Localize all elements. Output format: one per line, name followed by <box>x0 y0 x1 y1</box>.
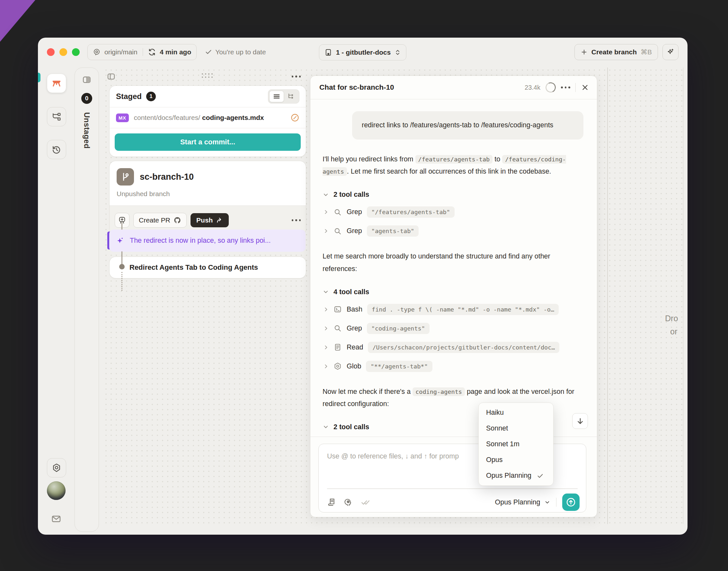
ai-summary-row[interactable]: The redirect is now in place, so any lin… <box>109 230 305 252</box>
titlebar: origin/main 4 min ago You're up to date <box>38 38 688 67</box>
expand-panel-icon[interactable] <box>82 75 92 85</box>
double-check-icon[interactable] <box>360 497 370 507</box>
avatar[interactable] <box>47 481 65 500</box>
tool-group-header[interactable]: 2 tool calls <box>322 191 583 199</box>
list-view-button[interactable] <box>269 91 284 102</box>
chat-menu-button[interactable] <box>561 87 570 88</box>
hexagon-glob-icon <box>333 362 342 370</box>
sidebar-item-branches[interactable] <box>47 107 66 126</box>
close-chat-button[interactable] <box>581 83 589 92</box>
tool-call-row[interactable]: Grep "/features/agents-tab" <box>322 206 583 218</box>
settings-button[interactable] <box>47 458 66 477</box>
tool-group-header[interactable]: 4 tool calls <box>322 288 583 296</box>
workspace-indicator-notch <box>38 73 40 82</box>
model-option-haiku[interactable]: Haiku <box>479 405 553 421</box>
tool-call-row[interactable]: Glob "**/agents-tab*" <box>322 361 583 372</box>
drag-handle[interactable] <box>202 73 214 80</box>
chevron-right-icon <box>323 326 329 331</box>
desktop-wallpaper: origin/main 4 min ago You're up to date <box>0 0 728 571</box>
unstaged-count-badge: 0 <box>81 93 92 104</box>
chat-messages[interactable]: redirect links to /features/agents-tab t… <box>310 99 597 437</box>
commit-graph-line <box>121 223 122 230</box>
model-option-sonnet-1m[interactable]: Sonnet 1m <box>479 436 553 452</box>
chevron-right-icon <box>323 209 329 215</box>
divider <box>143 48 143 56</box>
chevron-right-icon <box>323 228 329 234</box>
mdx-file-badge: MX <box>116 113 129 122</box>
sidebar-item-workspace[interactable] <box>47 74 66 93</box>
lane-toolbar <box>107 71 305 82</box>
tree-view-button[interactable] <box>284 91 298 102</box>
minimize-window-button[interactable] <box>59 48 67 56</box>
sparkle-icon <box>116 236 125 245</box>
project-selector[interactable]: 1 - gitbutler-docs <box>319 44 406 61</box>
send-button[interactable] <box>562 493 580 511</box>
ai-model-brain-icon[interactable] <box>344 498 353 507</box>
tool-call-row[interactable]: Grep "coding-agents" <box>322 323 583 334</box>
bookmark-icon <box>324 48 332 56</box>
collapse-panel-icon[interactable] <box>107 72 116 81</box>
modified-status-icon <box>290 113 299 122</box>
lane-menu-button[interactable] <box>292 76 301 78</box>
context-usage-ring <box>544 81 557 94</box>
chevron-down-icon <box>544 499 550 505</box>
model-option-opus-planning[interactable]: Opus Planning <box>479 468 553 483</box>
mail-icon <box>51 514 61 524</box>
commit-dot <box>119 264 125 269</box>
prompt-templates-icon[interactable] <box>327 498 336 507</box>
branch-status: Unpushed branch <box>117 190 299 198</box>
create-branch-button[interactable]: Create branch ⌘B <box>574 44 658 60</box>
tool-call-row[interactable]: Grep "agents-tab" <box>322 225 583 237</box>
branch-name[interactable]: sc-branch-10 <box>140 172 194 182</box>
chevron-down-icon <box>322 289 329 295</box>
traffic-lights <box>47 48 80 56</box>
file-path: content/docs/features/ coding-agents.mdx <box>134 114 264 122</box>
sidebar-item-history[interactable] <box>47 140 66 159</box>
tool-arg-chip: /Users/schacon/projects/gitbutler-docs/c… <box>368 342 559 353</box>
view-toggle <box>268 89 299 104</box>
token-count: 23.4k <box>525 84 540 91</box>
commit-title: Redirect Agents Tab to Coding Agents <box>130 263 258 272</box>
tool-call-row[interactable]: Bash find . -type f \( -name "*.md" -o -… <box>322 304 583 315</box>
start-commit-button[interactable]: Start a commit... <box>115 133 301 151</box>
create-pr-button[interactable]: Create PR <box>133 213 187 228</box>
model-option-sonnet[interactable]: Sonnet <box>479 421 553 436</box>
staged-file-row[interactable]: MX content/docs/features/ coding-agents.… <box>110 107 306 128</box>
staged-count-badge: 1 <box>146 92 156 101</box>
push-button[interactable]: Push <box>190 213 229 227</box>
user-message-bubble: redirect links to /features/agents-tab t… <box>352 111 583 139</box>
gitbutler-logo-icon <box>51 78 62 89</box>
sync-status: You're up to date <box>205 48 266 56</box>
close-window-button[interactable] <box>47 48 54 56</box>
chevron-right-icon <box>323 307 329 312</box>
divider <box>327 488 578 489</box>
chevron-updown-icon <box>395 49 401 55</box>
tree-icon <box>287 92 295 100</box>
chat-title: Chat for sc-branch-10 <box>319 83 394 92</box>
tool-call-group: 2 tool calls Grep "/features/agents-tab"… <box>322 191 583 237</box>
tool-call-row[interactable]: Read /Users/schacon/projects/gitbutler-d… <box>322 342 583 353</box>
feedback-button[interactable] <box>47 509 65 528</box>
chevron-right-icon <box>323 364 329 369</box>
branch-menu-button[interactable] <box>292 219 301 221</box>
commit-row[interactable]: Redirect Agents Tab to Coding Agents <box>109 256 306 278</box>
unstaged-label: Unstaged <box>82 112 91 148</box>
model-selector[interactable]: Opus Planning <box>495 498 550 506</box>
project-name: 1 - gitbutler-docs <box>336 48 391 56</box>
inline-code: coding-agents <box>413 387 465 396</box>
staged-title: Staged <box>116 92 142 101</box>
create-branch-shortcut: ⌘B <box>640 48 652 56</box>
zoom-window-button[interactable] <box>72 48 80 56</box>
fetch-status-pill[interactable]: origin/main 4 min ago <box>88 44 197 60</box>
tool-arg-chip: "agents-tab" <box>367 225 419 237</box>
model-option-opus[interactable]: Opus <box>479 452 553 468</box>
terminal-icon <box>333 305 342 314</box>
commit-graph-dotted-line <box>121 272 122 291</box>
scroll-to-bottom-button[interactable] <box>572 413 588 429</box>
remote-icon <box>93 48 101 56</box>
chevron-down-icon <box>322 192 329 198</box>
unstaged-panel-collapsed[interactable]: 0 Unstaged <box>75 68 99 532</box>
ai-sparkle-button[interactable] <box>663 44 679 60</box>
lane-divider <box>607 68 608 524</box>
file-name: coding-agents.mdx <box>202 114 264 121</box>
